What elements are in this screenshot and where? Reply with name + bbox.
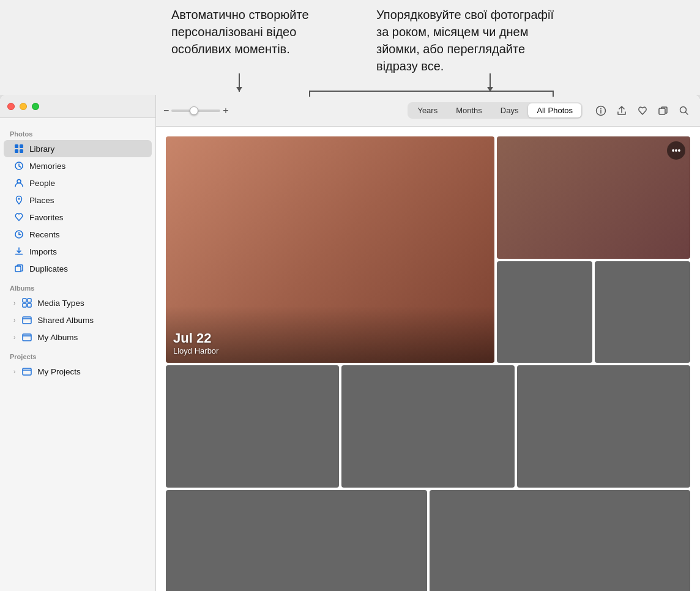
svg-rect-1 — [20, 144, 23, 148]
zoom-slider[interactable] — [171, 110, 220, 112]
sidebar-recents-label: Recents — [29, 230, 60, 239]
minimize-button[interactable] — [20, 103, 27, 110]
tooltip-arrow-left — [239, 73, 240, 92]
svg-rect-14 — [23, 368, 31, 375]
sidebar-favorites-label: Favorites — [29, 213, 64, 222]
sidebar: Photos Library — [0, 95, 156, 591]
duplicates-icon — [13, 263, 24, 274]
library-icon — [13, 143, 24, 154]
titlebar — [0, 95, 155, 118]
photo-row3-2[interactable] — [430, 490, 691, 591]
photos-section-label: Photos — [0, 123, 155, 140]
chevron-icon: › — [13, 300, 15, 307]
photo-row2-3[interactable] — [517, 365, 690, 488]
right-column: ••• — [497, 136, 690, 363]
svg-rect-10 — [23, 303, 26, 307]
maximize-button[interactable] — [32, 103, 39, 110]
shared-albums-icon — [21, 314, 32, 325]
photo-grid: Jul 22 Lloyd Harbor ••• — [156, 127, 700, 591]
photo-row2-1[interactable] — [166, 365, 339, 488]
sidebar-memories-label: Memories — [29, 162, 65, 171]
sidebar-item-favorites[interactable]: Favorites — [4, 209, 152, 226]
photo-grid-layout: Jul 22 Lloyd Harbor ••• — [163, 134, 693, 591]
chevron-icon-shared: › — [13, 317, 15, 324]
tooltip-area: Автоматично створюйте персоналізовані ві… — [0, 0, 700, 95]
photo-row2-2[interactable] — [341, 365, 515, 488]
sidebar-my-projects-label: My Projects — [37, 367, 81, 376]
svg-rect-12 — [23, 317, 31, 324]
tab-months[interactable]: Months — [447, 103, 491, 117]
memories-icon — [13, 160, 24, 171]
chevron-icon-my: › — [13, 334, 15, 341]
sidebar-item-imports[interactable]: Imports — [4, 243, 152, 260]
media-types-icon — [21, 297, 32, 308]
zoom-out-button[interactable]: − — [163, 105, 169, 116]
photo-location-label: Lloyd Harbor — [173, 346, 487, 355]
photo-bottom-right — [497, 261, 690, 363]
svg-rect-3 — [20, 149, 23, 153]
sidebar-item-my-albums[interactable]: › My Albums — [4, 329, 152, 346]
svg-rect-13 — [23, 334, 31, 341]
sidebar-duplicates-label: Duplicates — [29, 264, 68, 273]
recents-icon — [13, 229, 24, 240]
close-button[interactable] — [7, 103, 15, 110]
sidebar-item-memories[interactable]: Memories — [4, 157, 152, 174]
sidebar-item-people[interactable]: People — [4, 174, 152, 191]
main-content: − + Years Months Days All Photos — [156, 95, 700, 591]
tab-days[interactable]: Days — [492, 103, 527, 117]
imports-icon — [13, 246, 24, 257]
sidebar-item-recents[interactable]: Recents — [4, 226, 152, 243]
tooltip-right: Упорядковуйте свої фотографії за роком, … — [376, 6, 566, 75]
places-icon — [13, 195, 24, 206]
tooltip-arrow-right — [490, 73, 491, 92]
sidebar-item-library[interactable]: Library — [4, 140, 152, 157]
my-projects-icon — [21, 366, 32, 377]
svg-rect-7 — [15, 266, 21, 272]
share-button[interactable] — [613, 102, 630, 119]
tab-all-photos[interactable]: All Photos — [528, 103, 581, 117]
toolbar: − + Years Months Days All Photos — [156, 95, 700, 127]
sidebar-item-my-projects[interactable]: › My Projects — [4, 363, 152, 380]
my-albums-icon — [21, 332, 32, 343]
svg-rect-11 — [28, 303, 31, 307]
sidebar-places-label: Places — [29, 196, 54, 205]
zoom-in-button[interactable]: + — [223, 105, 228, 116]
sidebar-my-albums-label: My Albums — [37, 333, 78, 342]
albums-section-label: Albums — [0, 277, 155, 294]
app-window: Photos Library — [0, 95, 700, 591]
view-tabs: Years Months Days All Photos — [408, 102, 583, 119]
more-button[interactable]: ••• — [667, 141, 685, 160]
sidebar-item-places[interactable]: Places — [4, 191, 152, 209]
photo-main-large[interactable]: Jul 22 Lloyd Harbor — [166, 136, 494, 363]
duplicate-button[interactable] — [655, 102, 672, 119]
photo-row-3 — [166, 490, 690, 591]
sidebar-item-media-types[interactable]: › Media Types — [4, 294, 152, 311]
sidebar-item-duplicates[interactable]: Duplicates — [4, 260, 152, 277]
people-icon — [13, 177, 24, 188]
svg-rect-0 — [15, 144, 18, 148]
photo-row-1: Jul 22 Lloyd Harbor ••• — [166, 136, 690, 363]
tooltip-left: Автоматично створюйте персоналізовані ві… — [171, 6, 318, 58]
photo-date-label: Jul 22 — [173, 330, 487, 346]
photo-bottom-right-1[interactable] — [497, 261, 592, 363]
projects-section-label: Projects — [0, 346, 155, 363]
search-button[interactable] — [676, 102, 693, 119]
favorites-icon — [13, 212, 24, 223]
favorite-button[interactable] — [634, 102, 651, 119]
photo-row3-1[interactable] — [166, 490, 427, 591]
sidebar-shared-albums-label: Shared Albums — [37, 316, 94, 325]
sidebar-content: Photos Library — [0, 118, 155, 591]
sidebar-item-shared-albums[interactable]: › Shared Albums — [4, 311, 152, 329]
tab-years[interactable]: Years — [409, 103, 446, 117]
photo-bottom-right-2[interactable] — [595, 261, 690, 363]
info-button[interactable] — [592, 102, 609, 119]
svg-rect-17 — [659, 108, 665, 114]
photo-top-right[interactable]: ••• — [497, 136, 690, 259]
toolbar-actions — [592, 102, 693, 119]
zoom-control: − + — [163, 105, 229, 116]
svg-rect-2 — [15, 149, 18, 153]
svg-point-5 — [18, 198, 20, 200]
svg-point-16 — [600, 108, 601, 109]
photo-row-2 — [166, 365, 690, 488]
bracket-line — [309, 91, 554, 92]
